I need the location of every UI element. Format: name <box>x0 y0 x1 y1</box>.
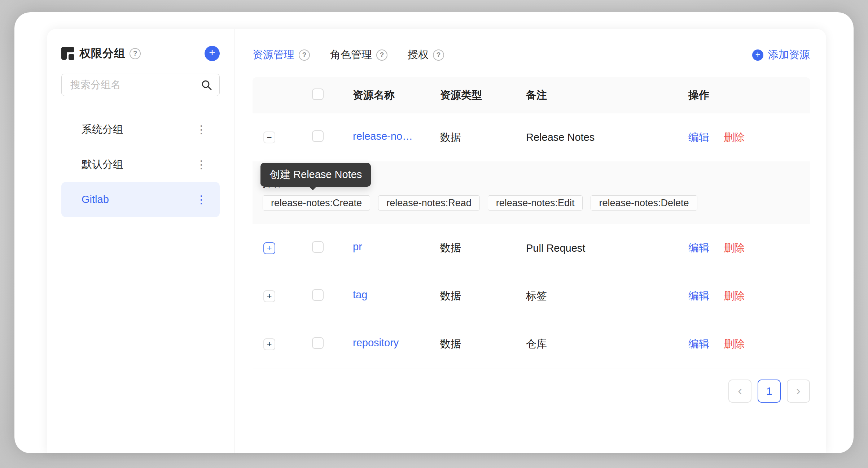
search-box <box>61 74 220 96</box>
expand-row-button[interactable]: + <box>263 338 275 350</box>
group-label: 默认分组 <box>82 157 123 172</box>
sidebar-item-gitlab[interactable]: Gitlab ⋮ <box>61 182 220 217</box>
help-icon[interactable]: ? <box>433 49 444 61</box>
delete-link[interactable]: 删除 <box>724 130 745 145</box>
tabs: 资源管理 ? 角色管理 ? 授权 ? <box>253 48 444 62</box>
search-input[interactable] <box>61 74 220 96</box>
resource-remark: Pull Request <box>526 242 688 254</box>
header-resource-name: 资源名称 <box>353 88 440 103</box>
group-label: Gitlab <box>82 194 109 205</box>
resource-name-link[interactable]: tag <box>353 289 367 301</box>
help-icon[interactable]: ? <box>130 48 141 59</box>
resource-table: 资源名称 资源类型 备注 操作 − release-no… 数据 Release… <box>253 77 810 368</box>
row-checkbox[interactable] <box>312 337 324 349</box>
edit-link[interactable]: 编辑 <box>688 289 709 303</box>
resource-type: 数据 <box>440 337 526 351</box>
permission-tag[interactable]: release-notes:Delete <box>591 195 697 211</box>
tab-role-management[interactable]: 角色管理 ? <box>330 48 387 62</box>
row-checkbox[interactable] <box>312 241 324 253</box>
header-resource-type: 资源类型 <box>440 88 526 103</box>
pagination-prev-button[interactable]: ‹ <box>728 380 751 403</box>
delete-link[interactable]: 删除 <box>724 289 745 303</box>
sidebar-item-system-group[interactable]: 系统分组 ⋮ <box>61 112 220 147</box>
tab-label: 角色管理 <box>330 48 372 62</box>
expanded-permissions-panel: 操作： release-notes:Create release-notes:R… <box>253 161 810 224</box>
edit-link[interactable]: 编辑 <box>688 337 709 351</box>
logo-icon <box>61 47 74 60</box>
permission-tag[interactable]: release-notes:Create <box>263 195 370 211</box>
resource-type: 数据 <box>440 130 526 145</box>
tab-label: 授权 <box>408 48 429 62</box>
tab-authorization[interactable]: 授权 ? <box>408 48 444 62</box>
group-label: 系统分组 <box>82 122 123 137</box>
edit-link[interactable]: 编辑 <box>688 241 709 255</box>
tab-resource-management[interactable]: 资源管理 ? <box>253 48 310 62</box>
resource-name-link[interactable]: release-no… <box>353 130 413 142</box>
delete-link[interactable]: 删除 <box>724 337 745 351</box>
row-checkbox[interactable] <box>312 130 324 142</box>
table-row: − release-no… 数据 Release Notes 编辑 删除 <box>253 113 810 161</box>
delete-link[interactable]: 删除 <box>724 241 745 255</box>
kebab-menu-icon[interactable]: ⋮ <box>194 158 209 172</box>
resource-remark: 仓库 <box>526 337 688 351</box>
tooltip-arrow-icon <box>309 186 317 190</box>
sidebar-item-default-group[interactable]: 默认分组 ⋮ <box>61 147 220 182</box>
window-panel: 权限分组 ? + 系统分组 ⋮ 默认分组 ⋮ <box>14 12 854 453</box>
resource-type: 数据 <box>440 241 526 255</box>
resource-name-link[interactable]: pr <box>353 241 362 253</box>
expand-row-button[interactable]: + <box>263 290 275 302</box>
page-title: 权限分组 <box>79 46 126 61</box>
pagination-page-1[interactable]: 1 <box>758 380 781 403</box>
pagination-next-button[interactable]: › <box>787 380 810 403</box>
search-icon[interactable] <box>201 79 212 90</box>
header-remark: 备注 <box>526 88 688 103</box>
group-list: 系统分组 ⋮ 默认分组 ⋮ Gitlab ⋮ <box>61 112 220 217</box>
resource-remark: 标签 <box>526 289 688 303</box>
add-resource-label: 添加资源 <box>768 48 810 62</box>
collapse-row-button[interactable]: − <box>263 131 275 143</box>
edit-link[interactable]: 编辑 <box>688 130 709 145</box>
table-row: + repository 数据 仓库 编辑 删除 <box>253 320 810 368</box>
kebab-menu-icon[interactable]: ⋮ <box>194 193 209 207</box>
plus-icon: + <box>752 49 763 61</box>
permission-tags: release-notes:Create release-notes:Read … <box>263 195 800 211</box>
sidebar: 权限分组 ? + 系统分组 ⋮ 默认分组 ⋮ <box>47 29 234 453</box>
resource-remark: Release Notes <box>526 131 688 143</box>
sidebar-header: 权限分组 ? + <box>61 46 220 61</box>
tab-label: 资源管理 <box>253 48 294 62</box>
main-content: 资源管理 ? 角色管理 ? 授权 ? + 添加资源 <box>234 29 826 453</box>
table-header: 资源名称 资源类型 备注 操作 <box>253 77 810 113</box>
app-card: 权限分组 ? + 系统分组 ⋮ 默认分组 ⋮ <box>47 29 826 453</box>
select-all-checkbox[interactable] <box>312 88 324 100</box>
add-group-button[interactable]: + <box>205 46 220 61</box>
row-checkbox[interactable] <box>312 289 324 301</box>
pagination: ‹ 1 › <box>253 380 810 403</box>
tooltip-text: 创建 Release Notes <box>269 168 362 182</box>
resource-name-link[interactable]: repository <box>353 337 399 349</box>
add-resource-button[interactable]: + 添加资源 <box>752 48 810 62</box>
table-row: + tag 数据 标签 编辑 删除 <box>253 272 810 320</box>
header-actions: 操作 <box>688 88 810 103</box>
resource-type: 数据 <box>440 289 526 303</box>
permission-tag[interactable]: release-notes:Read <box>378 195 480 211</box>
tooltip: 创建 Release Notes <box>260 163 371 187</box>
topbar: 资源管理 ? 角色管理 ? 授权 ? + 添加资源 <box>253 47 810 63</box>
permission-tag[interactable]: release-notes:Edit <box>488 195 583 211</box>
expand-row-button[interactable]: + <box>263 242 275 254</box>
table-row: + pr 数据 Pull Request 编辑 删除 <box>253 224 810 272</box>
kebab-menu-icon[interactable]: ⋮ <box>194 123 209 136</box>
help-icon[interactable]: ? <box>299 49 310 61</box>
help-icon[interactable]: ? <box>376 49 387 61</box>
